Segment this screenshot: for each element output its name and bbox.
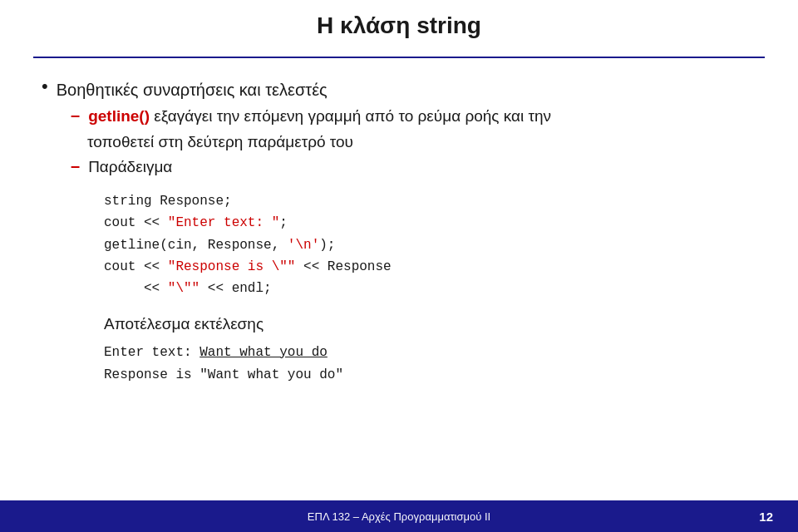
- result-section-label: Αποτέλεσμα εκτέλεσης: [104, 315, 765, 333]
- example-label: – Παράδειγμα: [71, 156, 765, 179]
- code-line-2: cout << "Enter text: ";: [104, 212, 765, 234]
- sub-bullet-getline: – getline() εξαγάγει την επόμενη γραμμή …: [71, 106, 765, 128]
- code-line-4: cout << "Response is \"" << Response: [104, 256, 765, 278]
- sub-indent-line: τοποθετεί στη δεύτερη παράμετρό του: [87, 131, 765, 154]
- content-area: • Βοηθητικές συναρτήσεις και τελεστές – …: [42, 71, 765, 495]
- sub-getline-text: getline() εξαγάγει την επόμενη γραμμή απ…: [88, 106, 551, 128]
- slide: Η κλάση string • Βοηθητικές συναρτήσεις …: [0, 0, 798, 532]
- example-label-text: Παράδειγμα: [88, 156, 172, 179]
- footer-bar: ΕΠΛ 132 – Αρχές Προγραμματισμού ΙΙ 12: [0, 500, 798, 532]
- page-number: 12: [759, 510, 773, 524]
- example-dash-icon: –: [71, 156, 80, 175]
- slide-title: Η κλάση string: [0, 12, 798, 39]
- result-line-2: Response is "Want what you do": [104, 364, 765, 387]
- code-line-5: << "\"" << endl;: [104, 278, 765, 299]
- footer-text: ΕΠΛ 132 – Αρχές Προγραμματισμού ΙΙ: [308, 510, 490, 523]
- top-divider: [33, 57, 765, 58]
- sub-dash-icon: –: [71, 106, 80, 125]
- bullet-main-text: Βοηθητικές συναρτήσεις και τελεστές: [57, 79, 328, 101]
- bullet-main-1: • Βοηθητικές συναρτήσεις και τελεστές: [42, 79, 765, 101]
- code-line-3: getline(cin, Response, '\n');: [104, 234, 765, 256]
- code-block: string Response; cout << "Enter text: ";…: [104, 190, 765, 300]
- bullet-icon: •: [42, 76, 48, 97]
- result-line-1: Enter text: Want what you do: [104, 342, 765, 364]
- code-line-1: string Response;: [104, 190, 765, 212]
- result-input-value: Want what you do: [200, 345, 328, 360]
- getline-keyword: getline(): [88, 107, 150, 125]
- result-output: Enter text: Want what you do Response is…: [104, 342, 765, 387]
